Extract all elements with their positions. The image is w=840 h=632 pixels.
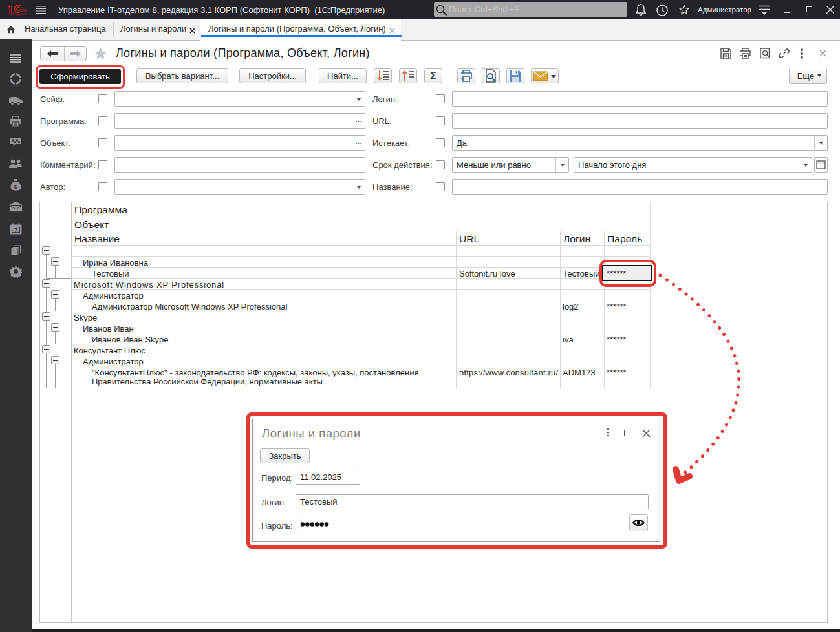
svg-text:7: 7 [14, 227, 17, 233]
svg-text:$: $ [14, 184, 17, 190]
